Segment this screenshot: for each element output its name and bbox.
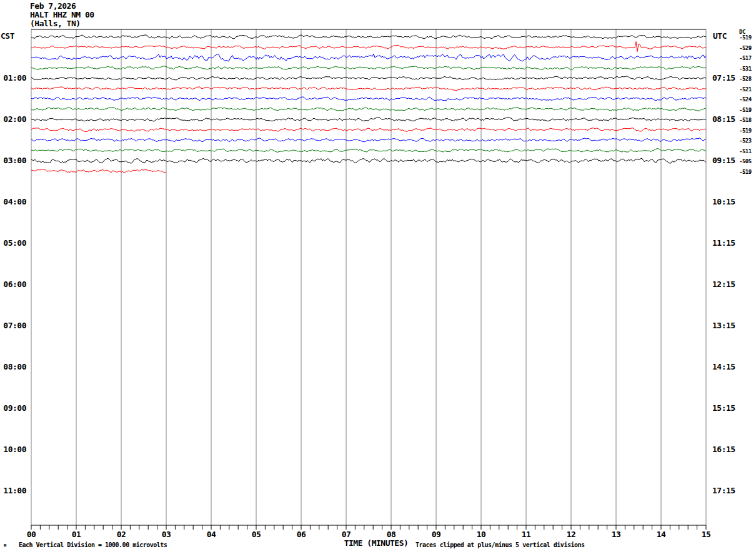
minute-label: 01 [72, 530, 81, 539]
right-hour-label: 08:15 [712, 115, 735, 124]
clip-note: Traces clipped at plus/minus 5 vertical … [415, 541, 585, 548]
left-hour-label: 03:00 [1, 156, 26, 165]
right-hour-label: 12:15 [712, 280, 735, 289]
seismogram-trace [31, 138, 706, 142]
minute-label: 02 [117, 530, 126, 539]
seismogram-trace [31, 158, 706, 163]
seismogram-trace [31, 128, 706, 132]
dc-offset-value: -521 [739, 86, 752, 93]
seismogram-trace [31, 149, 706, 153]
minute-label: 13 [612, 530, 621, 539]
left-hour-label: 05:00 [1, 239, 26, 248]
left-hour-label: 02:00 [1, 115, 26, 124]
seismogram-plot-canvas [0, 0, 756, 554]
minute-label: 14 [657, 530, 666, 539]
seismogram-trace [31, 42, 706, 52]
dc-offset-value: -519 [739, 128, 752, 134]
right-hour-label: 09:15 [712, 156, 735, 165]
dc-offset-value: -518 [739, 117, 752, 123]
scale-note: Each Vertical Division = 1000.00 microvo… [19, 541, 167, 548]
minute-label: 03 [162, 530, 171, 539]
seismogram-trace [31, 35, 706, 39]
minute-label: 06 [297, 530, 306, 539]
minute-label: 04 [207, 530, 216, 539]
minute-label: 08 [387, 530, 396, 539]
right-hour-label: 07:15 [712, 74, 735, 83]
seismogram-trace [31, 118, 706, 121]
dc-offset-value: -531 [739, 66, 752, 72]
minute-label: 10 [477, 530, 486, 539]
right-hour-label: 17:15 [712, 486, 735, 495]
dc-offset-value: -519 [739, 169, 752, 175]
minute-label: 11 [522, 530, 531, 539]
right-hour-label: 16:15 [712, 445, 735, 454]
dc-offset-value: -505 [739, 158, 752, 164]
right-hour-label: 15:15 [712, 404, 735, 413]
seismogram-trace [31, 54, 706, 61]
minute-label: 05 [252, 530, 261, 539]
seismogram-trace [31, 66, 706, 70]
dc-offset-value: -523 [739, 138, 752, 144]
minute-label: 15 [702, 530, 711, 539]
seismogram-trace [31, 107, 706, 111]
left-hour-label: 09:00 [1, 404, 26, 413]
left-hour-label: 07:00 [1, 321, 26, 330]
right-hour-label: 11:15 [712, 239, 735, 248]
left-hour-label: 11:00 [1, 486, 26, 495]
left-hour-label: 08:00 [1, 363, 26, 371]
seismogram-trace [31, 87, 706, 91]
minute-label: 09 [432, 530, 441, 539]
dc-offset-value: -519 [739, 107, 752, 113]
x-axis-title: TIME (MINUTES) [344, 539, 409, 548]
minute-label: 00 [27, 530, 36, 539]
dc-offset-value: -529 [739, 45, 752, 51]
right-hour-label: 14:15 [712, 363, 735, 371]
right-hour-label: 13:15 [712, 321, 735, 330]
left-hour-label: 04:00 [1, 198, 26, 206]
dc-offset-value: -519 [739, 34, 752, 41]
dc-offset-value: -511 [739, 148, 752, 154]
right-hour-label: 10:15 [712, 198, 735, 206]
left-hour-label: 10:00 [1, 445, 26, 454]
dc-offset-value: -524 [739, 96, 752, 103]
left-hour-label: 06:00 [1, 280, 26, 289]
left-hour-label: 01:00 [1, 74, 26, 83]
dc-offset-value: -517 [739, 55, 752, 61]
minute-label: 12 [567, 530, 576, 539]
seismogram-trace [31, 97, 706, 101]
corner-mark: M [4, 543, 6, 548]
helicorder-screen: Feb 7,2026 HALT HHZ NM 00 (Halls, TN) CS… [0, 0, 756, 554]
seismogram-trace [31, 169, 166, 173]
minute-label: 07 [342, 530, 351, 539]
dc-offset-value: -528 [739, 76, 752, 82]
seismogram-trace [31, 76, 706, 80]
